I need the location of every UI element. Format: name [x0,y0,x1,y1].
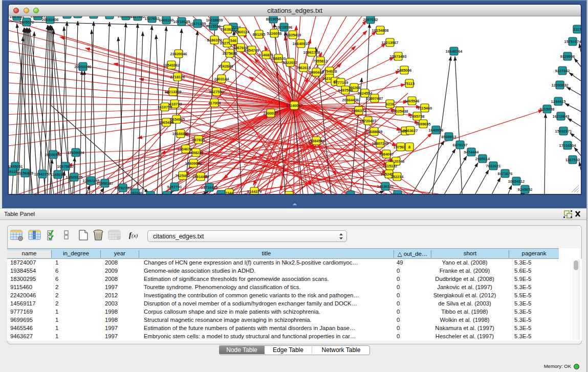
svg-text:(x): (x) [132,232,138,239]
svg-text:8454749: 8454749 [245,48,259,53]
svg-text:1145194: 1145194 [51,172,66,177]
svg-text:1405572: 1405572 [19,20,34,25]
svg-text:10958187: 10958187 [97,181,114,186]
svg-text:7625402: 7625402 [176,173,190,178]
svg-text:3875685: 3875685 [223,51,237,56]
svg-text:23420046: 23420046 [170,52,187,56]
svg-text:10975887: 10975887 [57,164,74,169]
svg-text:5226058: 5226058 [267,31,282,36]
svg-text:15692971: 15692971 [555,129,572,134]
svg-text:16543362: 16543362 [163,63,180,68]
svg-text:16210643: 16210643 [553,114,570,119]
svg-text:9115460: 9115460 [418,106,432,111]
svg-text:252214: 252214 [391,174,404,179]
svg-text:1527602: 1527602 [130,16,145,19]
svg-text:8990448: 8990448 [309,70,324,75]
svg-text:10719185: 10719185 [173,19,190,24]
svg-text:10688609: 10688609 [366,129,383,134]
svg-text:417004: 417004 [208,101,222,105]
svg-text:11156829: 11156829 [17,171,33,176]
svg-text:7632621: 7632621 [486,164,501,168]
svg-text:13716485: 13716485 [201,185,218,190]
svg-text:2930027: 2930027 [264,111,278,116]
svg-text:1562615: 1562615 [296,65,311,70]
svg-text:2935114: 2935114 [475,157,490,161]
svg-text:9215958: 9215958 [540,107,555,112]
svg-text:1527602: 1527602 [145,16,160,21]
svg-text:9245652: 9245652 [518,187,533,192]
svg-text:1622034: 1622034 [282,193,297,194]
svg-text:9465546: 9465546 [405,99,420,103]
svg-text:6497508: 6497508 [338,88,353,93]
svg-text:8938913: 8938913 [442,135,456,139]
svg-text:75115: 75115 [404,81,415,86]
svg-text:16914479: 16914479 [192,174,209,179]
svg-text:9474444: 9474444 [464,150,480,155]
svg-text:10654112: 10654112 [508,179,525,184]
svg-text:17016504: 17016504 [559,143,577,148]
svg-text:2718126: 2718126 [170,75,185,79]
svg-text:1505145: 1505145 [60,16,75,17]
svg-text:8471676: 8471676 [498,171,513,176]
svg-text:1167533: 1167533 [565,158,580,162]
svg-text:7955812: 7955812 [313,59,328,63]
svg-text:546: 546 [230,38,236,43]
svg-text:8498222: 8498222 [189,150,204,155]
svg-text:1352760: 1352760 [102,16,117,17]
svg-text:16033809: 16033809 [206,18,223,23]
svg-text:10961758: 10961758 [303,50,320,55]
svg-text:12325419: 12325419 [285,33,301,37]
svg-text:16782759: 16782759 [115,186,132,190]
svg-text:19218596: 19218596 [276,25,293,30]
svg-text:1292346: 1292346 [143,193,158,194]
svg-text:891295: 891295 [253,32,266,37]
svg-text:9242848: 9242848 [219,64,233,69]
svg-text:10973493: 10973493 [390,54,407,59]
svg-text:6466160: 6466160 [159,18,174,23]
svg-text:12942757: 12942757 [34,172,51,177]
svg-text:17359924: 17359924 [68,150,85,155]
svg-text:12505135: 12505135 [66,175,83,180]
svg-text:18409948: 18409948 [185,161,202,166]
svg-text:16640910: 16640910 [293,41,310,46]
svg-text:980: 980 [347,193,354,194]
svg-text:1733426: 1733426 [390,192,405,194]
svg-text:8322037: 8322037 [283,60,298,65]
svg-text:16154808: 16154808 [372,28,389,33]
svg-text:9794028: 9794028 [322,69,337,74]
svg-text:20691406: 20691406 [42,17,59,22]
svg-text:8813054: 8813054 [266,17,281,21]
svg-text:1065327: 1065327 [86,16,101,17]
svg-text:1292346: 1292346 [128,191,143,194]
svg-text:1615132: 1615132 [383,164,398,168]
svg-text:7986372: 7986372 [352,108,366,113]
svg-text:10807487: 10807487 [366,96,383,101]
svg-text:20053346: 20053346 [75,64,92,69]
svg-text:1935051: 1935051 [10,16,25,19]
svg-text:19384554: 19384554 [308,139,325,143]
svg-text:6879197: 6879197 [453,143,468,147]
svg-text:39119: 39119 [9,169,17,174]
svg-text:10025438: 10025438 [391,109,408,114]
svg-text:12093832: 12093832 [552,83,569,87]
svg-text:16671355: 16671355 [189,21,206,26]
svg-text:1610755: 1610755 [158,105,172,110]
svg-text:9427552: 9427552 [209,90,224,94]
svg-text:9144379: 9144379 [247,189,262,194]
svg-text:9227342: 9227342 [555,69,570,73]
svg-text:12213369: 12213369 [165,90,182,94]
svg-text:1117: 1117 [573,27,581,32]
svg-text:1292346: 1292346 [160,193,175,194]
svg-text:9329906: 9329906 [560,54,575,59]
svg-text:20364436: 20364436 [342,98,359,102]
svg-text:887835: 887835 [192,138,205,142]
svg-text:1640956: 1640956 [429,128,444,133]
svg-text:8960124: 8960124 [235,30,250,34]
svg-text:18807249: 18807249 [372,141,389,146]
svg-text:6216: 6216 [386,102,394,106]
svg-text:2087682: 2087682 [363,17,378,22]
svg-text:2803144: 2803144 [214,77,230,81]
svg-text:15751074: 15751074 [564,39,581,44]
svg-text:19166825: 19166825 [172,132,189,136]
svg-text:16648764: 16648764 [446,49,463,54]
